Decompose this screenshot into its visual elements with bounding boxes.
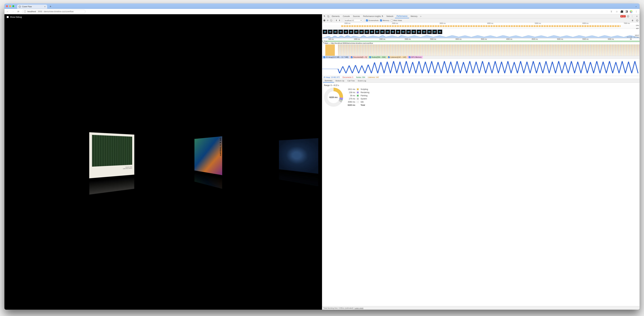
tab-elements[interactable]: Elements (330, 14, 341, 18)
screenshot-thumb[interactable] (344, 30, 348, 34)
devtools-menu-icon[interactable]: ⋮ (630, 15, 634, 18)
load-profile-icon[interactable]: ⬆ (336, 19, 337, 22)
tab-call-tree[interactable]: Call Tree (346, 79, 356, 83)
tab-summary[interactable]: Summary (323, 79, 334, 83)
stat-nodes: Nodes: 304 (356, 76, 365, 78)
screenshot-thumb[interactable] (385, 30, 390, 34)
counter-listeners[interactable]: Listeners[142 – 142] (387, 56, 408, 58)
extensions-icon[interactable] (620, 10, 623, 13)
tab-sources[interactable]: Sources (352, 14, 362, 18)
reload-record-button[interactable]: ⟳ (327, 19, 328, 22)
cover-item[interactable]: Volume One DAB RECORDS (89, 132, 134, 195)
screenshot-thumb[interactable] (396, 30, 400, 34)
screenshot-thumb[interactable] (401, 30, 406, 34)
tab-console[interactable]: Console (341, 14, 352, 18)
screenshot-thumb[interactable] (438, 30, 442, 34)
frames-track[interactable]: Framesns (322, 40, 640, 42)
screenshot-thumb[interactable] (375, 30, 380, 34)
screenshot-thumb[interactable] (349, 30, 354, 34)
page-viewport: Show Debug OR & 4 THEORY Volume One DAB … (4, 14, 322, 310)
screenshot-thumb[interactable] (406, 30, 411, 34)
screenshot-thumb[interactable] (427, 30, 432, 34)
screenshot-thumb[interactable] (370, 30, 374, 34)
counter-documents[interactable]: Documents[5 – 5] (350, 56, 368, 58)
screenshot-thumb[interactable] (432, 30, 437, 34)
screenshot-thumb[interactable] (364, 30, 369, 34)
overview-timeline[interactable]: 1000 ms 2000 ms 3000 ms 4000 ms 5000 ms … (322, 23, 640, 38)
devtools-tabbar: Elements Console Sources Performance ins… (322, 14, 640, 18)
learn-more-link[interactable]: Learn more (354, 307, 363, 309)
screenshot-thumb[interactable] (359, 30, 364, 34)
browser-tab[interactable]: Cover Flow × (17, 5, 47, 9)
tab-event-log[interactable]: Event Log (356, 79, 368, 83)
screenshots-toggle[interactable]: Screenshots (366, 20, 379, 21)
minimize-window-button[interactable] (9, 5, 11, 7)
gc-icon[interactable]: 🗑 (632, 19, 634, 22)
target-select[interactable]: localhost #1 (344, 19, 363, 22)
counter-nodes[interactable]: Nodes[304 – 304] (368, 56, 387, 58)
perf-settings-icon[interactable] (636, 19, 638, 22)
close-tab-icon[interactable]: × (44, 6, 46, 8)
web-vitals-toggle[interactable]: Web Vitals (391, 20, 402, 21)
cover-item[interactable]: OR & 4 THEORY (194, 136, 222, 189)
tab-memory[interactable]: Memory (409, 14, 419, 18)
device-toggle-icon[interactable] (326, 15, 330, 18)
overview-ruler[interactable]: 1000 ms 2000 ms 3000 ms 4000 ms 5000 ms … (322, 23, 640, 25)
record-button[interactable] (324, 20, 325, 21)
counter-jsheap[interactable]: JS Heap[10.5 MB – 12.7 MB] (322, 56, 350, 58)
coverflow-stage[interactable]: OR & 4 THEORY Volume One DAB RECORDS (4, 20, 322, 310)
tab-network[interactable]: Network (385, 14, 395, 18)
blocking-time-label: Total blocking time: 0.00ms (estimated) (324, 307, 354, 309)
save-profile-icon[interactable]: ⬇ (339, 19, 340, 22)
screenshot-thumb[interactable] (333, 30, 338, 34)
side-panel-icon[interactable] (625, 11, 628, 13)
new-tab-button[interactable]: + (48, 5, 52, 9)
bookmark-icon[interactable]: ☆ (615, 10, 618, 13)
show-debug-checkbox[interactable] (7, 16, 9, 18)
screenshot-thumb[interactable] (338, 30, 343, 34)
tab-performance[interactable]: Performance (395, 14, 409, 18)
close-devtools-icon[interactable]: ✕ (635, 15, 638, 18)
memory-toggle[interactable]: Memory (380, 20, 389, 21)
settings-icon[interactable] (627, 15, 629, 18)
tab-bottom-up[interactable]: Bottom-Up (334, 79, 346, 83)
profile-avatar[interactable] (630, 10, 632, 13)
stat-listeners: Listeners: 142 (368, 76, 379, 78)
album-art (92, 135, 132, 167)
reload-button[interactable]: ⟳ (17, 10, 20, 13)
album-caption: Volume One DAB RECORDS (92, 166, 132, 171)
flame-chart[interactable] (322, 45, 640, 56)
url-host: localhost (27, 11, 36, 13)
screenshot-thumb[interactable] (412, 30, 416, 34)
main-track-header[interactable]: Main — http://localhost:3000/demo/view-t… (322, 42, 640, 45)
screenshot-thumb[interactable] (354, 30, 359, 34)
screenshot-thumb[interactable] (323, 30, 328, 34)
counter-gpu[interactable]: GPU Memory (408, 56, 423, 58)
screenshot-strip[interactable] (322, 29, 640, 35)
close-window-button[interactable] (6, 5, 8, 7)
site-info-icon[interactable]: i (24, 11, 26, 13)
share-icon[interactable]: ⇪ (610, 10, 613, 13)
address-bar[interactable]: i localhost:3000/demo/view-timeline-css/… (22, 10, 86, 13)
inspect-icon[interactable] (323, 15, 326, 18)
screenshot-thumb[interactable] (390, 30, 395, 34)
expand-icon[interactable] (322, 41, 324, 42)
tab-perf-insights[interactable]: Performance insights ⚗ (362, 14, 385, 18)
error-badge[interactable]: 22 (620, 15, 626, 18)
screenshot-thumb[interactable] (422, 30, 426, 34)
screenshot-thumb[interactable] (416, 30, 421, 34)
forward-button[interactable]: → (12, 10, 14, 13)
screenshot-thumb[interactable] (328, 30, 332, 34)
browser-menu-icon[interactable]: ⋮ (635, 10, 638, 13)
heap-chart[interactable] (322, 59, 640, 76)
back-button[interactable]: ← (6, 10, 9, 13)
clear-button[interactable] (330, 19, 332, 22)
cover-item[interactable] (279, 138, 318, 186)
show-debug-toggle[interactable]: Show Debug (4, 14, 322, 20)
collapse-icon[interactable] (323, 43, 324, 44)
detail-ruler[interactable]: 500 ms 1000 ms 1500 ms 2000 ms 2500 ms 3… (322, 38, 640, 40)
tab-overflow-button[interactable]: ⌄ (634, 5, 638, 8)
screenshot-thumb[interactable] (380, 30, 385, 34)
maximize-window-button[interactable] (12, 5, 14, 7)
more-tabs-icon[interactable]: » (419, 15, 422, 18)
